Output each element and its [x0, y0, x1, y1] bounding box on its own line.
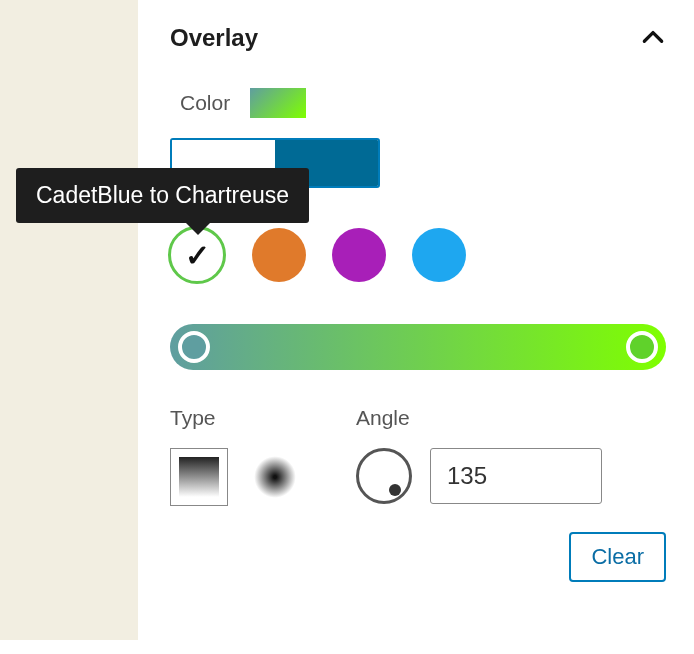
gradient-bar[interactable]	[170, 324, 666, 370]
clear-row: Clear	[170, 532, 666, 582]
angle-dial[interactable]	[356, 448, 412, 504]
preset-blue[interactable]	[412, 228, 466, 282]
type-options	[170, 448, 296, 506]
panel-title: Overlay	[170, 24, 258, 52]
editor-canvas-strip	[0, 0, 138, 640]
clear-button[interactable]: Clear	[569, 532, 666, 582]
preset-purple[interactable]	[332, 228, 386, 282]
collapse-icon[interactable]	[640, 25, 666, 51]
type-radial-button[interactable]	[254, 456, 296, 498]
gradient-stop-start[interactable]	[178, 331, 210, 363]
angle-control: Angle	[356, 406, 602, 506]
type-control: Type	[170, 406, 296, 506]
gradient-editor	[170, 324, 666, 370]
preset-tooltip-wrap: CadetBlue to Chartreuse	[16, 168, 309, 223]
color-label: Color	[180, 91, 230, 115]
preset-tooltip: CadetBlue to Chartreuse	[16, 168, 309, 223]
angle-indicator-icon	[389, 484, 401, 496]
type-linear-button[interactable]	[170, 448, 228, 506]
angle-label: Angle	[356, 406, 602, 430]
angle-row	[356, 448, 602, 504]
gradient-controls-row: Type Angle	[170, 406, 666, 506]
preset-orange[interactable]	[252, 228, 306, 282]
overlay-panel: Overlay Color CadetBlue to Chartreuse ✓ …	[146, 0, 694, 654]
angle-input[interactable]	[430, 448, 602, 504]
checkmark-icon: ✓	[185, 238, 210, 273]
panel-header: Overlay	[170, 24, 666, 52]
linear-gradient-icon	[179, 457, 219, 497]
current-gradient-swatch[interactable]	[250, 88, 306, 118]
color-property-row: Color	[170, 88, 666, 118]
gradient-presets: ✓	[170, 228, 666, 284]
gradient-stop-end[interactable]	[626, 331, 658, 363]
type-label: Type	[170, 406, 296, 430]
